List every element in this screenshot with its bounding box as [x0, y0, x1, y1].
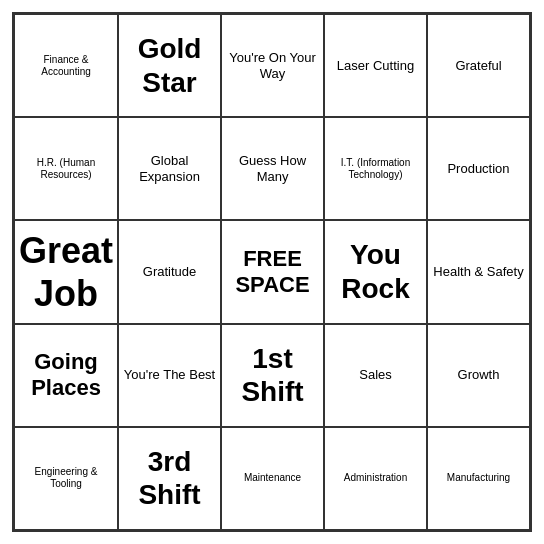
cell-9[interactable]: Production [427, 117, 530, 220]
cell-2[interactable]: You're On Your Way [221, 14, 324, 117]
cell-23[interactable]: Administration [324, 427, 427, 530]
cell-21[interactable]: 3rd Shift [118, 427, 221, 530]
cell-22[interactable]: Maintenance [221, 427, 324, 530]
cell-19[interactable]: Growth [427, 324, 530, 427]
bingo-board: Finance & AccountingGold StarYou're On Y… [12, 12, 532, 532]
cell-11[interactable]: Gratitude [118, 220, 221, 323]
cell-20[interactable]: Engineering & Tooling [14, 427, 118, 530]
cell-8[interactable]: I.T. (Information Technology) [324, 117, 427, 220]
cell-13[interactable]: You Rock [324, 220, 427, 323]
cell-10[interactable]: Great Job [14, 220, 118, 323]
cell-18[interactable]: Sales [324, 324, 427, 427]
cell-6[interactable]: Global Expansion [118, 117, 221, 220]
cell-14[interactable]: Health & Safety [427, 220, 530, 323]
cell-5[interactable]: H.R. (Human Resources) [14, 117, 118, 220]
cell-24[interactable]: Manufacturing [427, 427, 530, 530]
cell-7[interactable]: Guess How Many [221, 117, 324, 220]
cell-3[interactable]: Laser Cutting [324, 14, 427, 117]
cell-1[interactable]: Gold Star [118, 14, 221, 117]
cell-16[interactable]: You're The Best [118, 324, 221, 427]
cell-12[interactable]: FREE SPACE [221, 220, 324, 323]
cell-15[interactable]: Going Places [14, 324, 118, 427]
cell-0[interactable]: Finance & Accounting [14, 14, 118, 117]
cell-4[interactable]: Grateful [427, 14, 530, 117]
cell-17[interactable]: 1st Shift [221, 324, 324, 427]
